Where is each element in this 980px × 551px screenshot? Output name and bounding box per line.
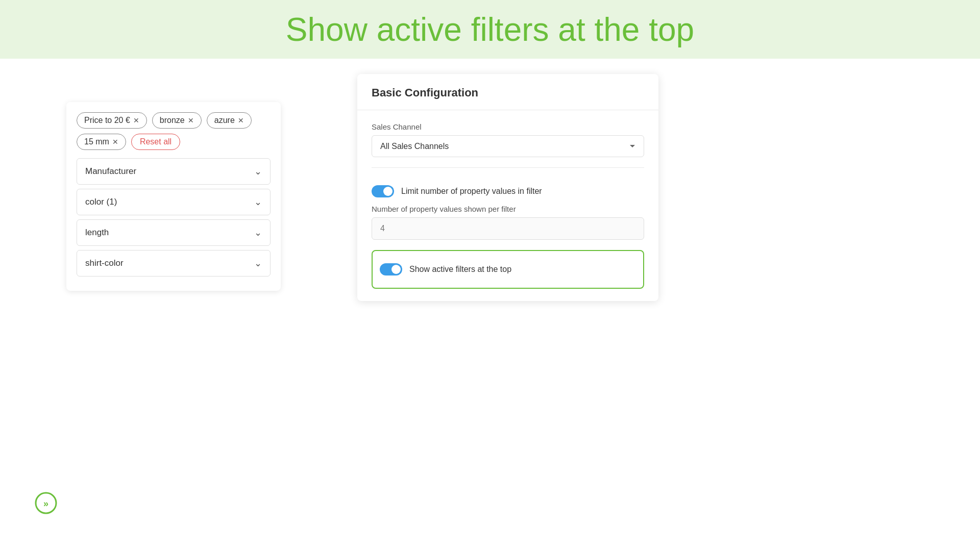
sales-channel-select[interactable]: All Sales Channels: [372, 135, 644, 157]
config-panel: Basic Configuration Sales Channel All Sa…: [357, 74, 658, 301]
filter-dropdown-manufacturer[interactable]: Manufacturer ⌄: [77, 158, 271, 185]
filter-tag-15mm[interactable]: 15 mm ✕: [77, 134, 126, 150]
filter-tag-price[interactable]: Price to 20 € ✕: [77, 112, 147, 129]
config-body: Sales Channel All Sales Channels Limit n…: [357, 110, 658, 301]
num-values-group: Number of property values shown per filt…: [372, 205, 644, 240]
filter-dropdown-color-label: color (1): [85, 197, 117, 207]
chevron-down-icon: ⌄: [254, 166, 262, 177]
filter-dropdown-shirt-color-label: shirt-color: [85, 258, 124, 268]
show-active-toggle-row: Show active filters at the top: [380, 256, 636, 283]
sales-channel-label: Sales Channel: [372, 122, 644, 131]
config-header: Basic Configuration: [357, 74, 658, 110]
show-active-toggle-switch[interactable]: [380, 263, 402, 276]
reset-all-button[interactable]: Reset all: [131, 134, 180, 150]
filter-tag-15mm-label: 15 mm: [84, 137, 109, 146]
limit-toggle-switch[interactable]: [372, 185, 394, 197]
config-title: Basic Configuration: [372, 86, 644, 99]
filter-dropdown-color[interactable]: color (1) ⌄: [77, 189, 271, 215]
header-area: Show active filters at the top: [0, 0, 980, 59]
sales-channel-group: Sales Channel All Sales Channels: [372, 122, 644, 157]
filter-dropdown-shirt-color[interactable]: shirt-color ⌄: [77, 250, 271, 277]
filter-tag-price-close[interactable]: ✕: [133, 116, 139, 124]
filter-dropdown-length[interactable]: length ⌄: [77, 219, 271, 246]
show-active-toggle-label: Show active filters at the top: [409, 265, 511, 274]
chevron-down-icon: ⌄: [254, 227, 262, 238]
show-active-highlight-row: Show active filters at the top: [372, 250, 644, 289]
filter-tag-azure-label: azure: [214, 116, 235, 125]
filter-tag-bronze-close[interactable]: ✕: [188, 116, 194, 124]
page: Show active filters at the top Price to …: [0, 0, 980, 551]
logo-icon: »: [35, 492, 57, 514]
page-title: Show active filters at the top: [286, 11, 694, 48]
num-values-input[interactable]: [372, 217, 644, 240]
chevron-down-icon: ⌄: [254, 196, 262, 208]
filter-panel: Price to 20 € ✕ bronze ✕ azure ✕ 15 mm ✕…: [66, 102, 281, 291]
filter-dropdown-length-label: length: [85, 228, 109, 238]
filter-tag-bronze[interactable]: bronze ✕: [152, 112, 202, 129]
filter-tag-price-label: Price to 20 €: [84, 116, 130, 125]
limit-toggle-row: Limit number of property values in filte…: [372, 178, 644, 205]
filter-tags: Price to 20 € ✕ bronze ✕ azure ✕ 15 mm ✕…: [77, 112, 271, 150]
limit-toggle-label: Limit number of property values in filte…: [401, 187, 542, 196]
svg-text:»: »: [43, 498, 48, 509]
divider: [372, 167, 644, 168]
filter-tag-azure[interactable]: azure ✕: [207, 112, 252, 129]
filter-tag-bronze-label: bronze: [160, 116, 185, 125]
filter-tag-azure-close[interactable]: ✕: [238, 116, 244, 124]
filter-tag-15mm-close[interactable]: ✕: [112, 138, 118, 146]
filter-dropdown-manufacturer-label: Manufacturer: [85, 166, 136, 177]
logo: »: [26, 485, 66, 525]
logo-symbol: »: [35, 492, 57, 519]
num-values-label: Number of property values shown per filt…: [372, 205, 644, 213]
chevron-down-icon: ⌄: [254, 258, 262, 269]
